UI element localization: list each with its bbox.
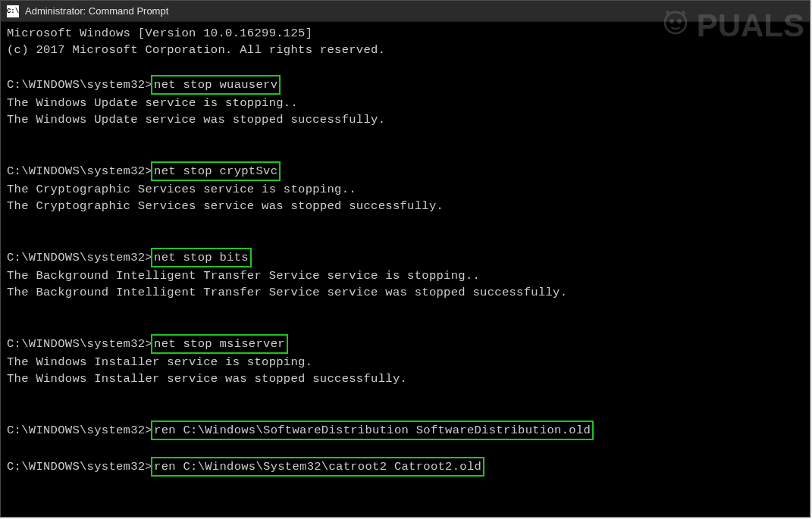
output-line: The Windows Installer service was stoppe… <box>7 370 804 387</box>
terminal-area[interactable]: Microsoft Windows [Version 10.0.16299.12… <box>1 22 810 517</box>
output-line: The Windows Update service was stopped s… <box>7 111 804 128</box>
blank-line <box>7 440 804 457</box>
prompt: C:\WINDOWS\system32> <box>7 460 152 474</box>
blank-line <box>7 231 804 248</box>
cmd-icon-text: C:\ <box>7 8 19 15</box>
cmd-icon: C:\ <box>7 5 19 17</box>
output-line: The Cryptographic Services service was s… <box>7 198 804 214</box>
output-line: The Background Intelligent Transfer Serv… <box>7 284 804 301</box>
titlebar[interactable]: C:\ Administrator: Command Prompt <box>1 1 810 22</box>
command-line: C:\WINDOWS\system32>ren C:\Windows\Softw… <box>7 421 804 440</box>
output-line: The Windows Installer service is stoppin… <box>7 354 804 370</box>
blank-line <box>7 317 804 334</box>
output-line: The Windows Update service is stopping.. <box>7 95 804 111</box>
blank-line <box>7 404 804 421</box>
prompt: C:\WINDOWS\system32> <box>7 424 152 437</box>
blank-line <box>7 128 804 145</box>
header-line: (c) 2017 Microsoft Corporation. All righ… <box>7 42 804 58</box>
command-highlight: net stop cryptSvc <box>151 161 281 181</box>
command-highlight: ren C:\Windows\SoftwareDistribution Soft… <box>151 421 594 440</box>
blank-line <box>7 387 804 404</box>
blank-line <box>7 301 804 317</box>
output-line: The Cryptographic Services service is st… <box>7 181 804 198</box>
output-line: The Background Intelligent Transfer Serv… <box>7 267 804 284</box>
command-line: C:\WINDOWS\system32>net stop cryptSvc <box>7 161 804 181</box>
prompt: C:\WINDOWS\system32> <box>7 78 152 92</box>
header-line: Microsoft Windows [Version 10.0.16299.12… <box>7 25 804 42</box>
prompt: C:\WINDOWS\system32> <box>7 337 152 351</box>
command-line: C:\WINDOWS\system32>net stop msiserver <box>7 334 804 354</box>
blank-line <box>7 58 804 75</box>
command-line: C:\WINDOWS\system32>net stop wuauserv <box>7 75 804 95</box>
blank-line <box>7 214 804 231</box>
prompt: C:\WINDOWS\system32> <box>7 164 152 178</box>
blank-line <box>7 145 804 161</box>
command-highlight: net stop bits <box>151 248 252 267</box>
command-highlight: ren C:\Windows\System32\catroot2 Catroot… <box>151 457 484 477</box>
window-title: Administrator: Command Prompt <box>25 5 168 17</box>
command-highlight: net stop msiserver <box>151 334 288 354</box>
command-highlight: net stop wuauserv <box>151 75 281 95</box>
command-prompt-window: C:\ Administrator: Command Prompt Micros… <box>0 0 810 517</box>
command-line: C:\WINDOWS\system32>ren C:\Windows\Syste… <box>7 457 804 477</box>
command-line: C:\WINDOWS\system32>net stop bits <box>7 248 804 267</box>
prompt: C:\WINDOWS\system32> <box>7 251 152 264</box>
